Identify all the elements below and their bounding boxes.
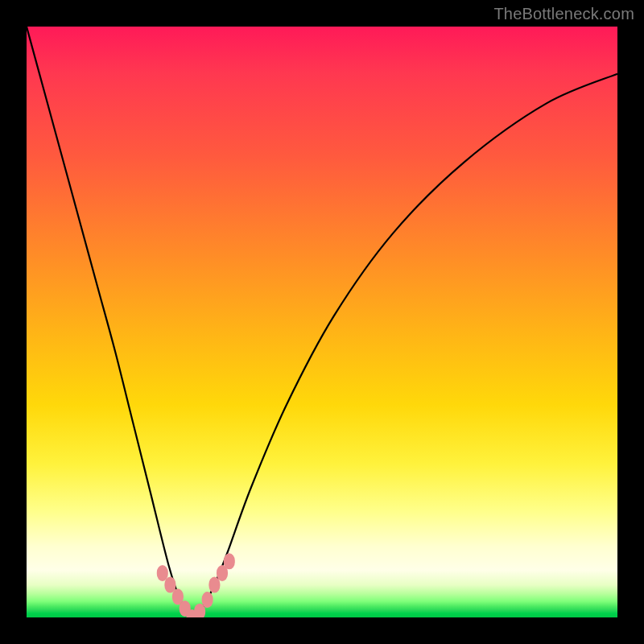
chart-frame: TheBottleneck.com (0, 0, 644, 644)
highlight-marker (224, 553, 235, 569)
plot-area (27, 27, 617, 617)
watermark-text: TheBottleneck.com (493, 5, 634, 23)
curve-layer (27, 27, 617, 617)
highlight-marker (202, 592, 213, 608)
bottleneck-curve (27, 27, 617, 617)
